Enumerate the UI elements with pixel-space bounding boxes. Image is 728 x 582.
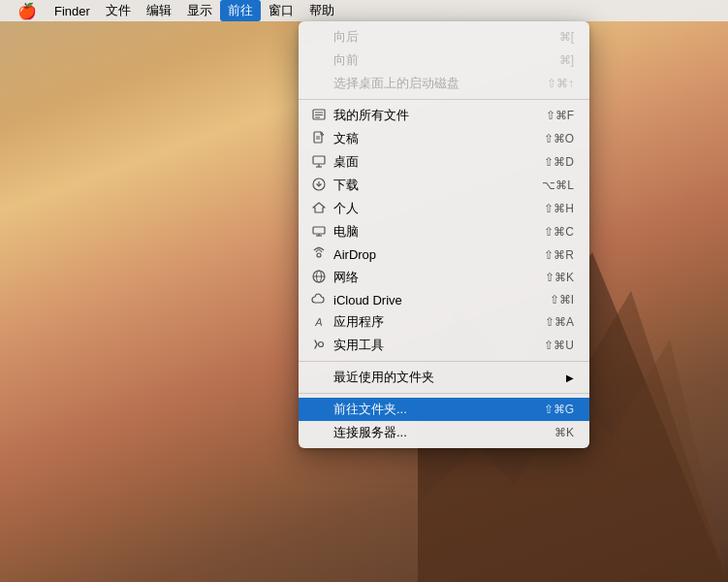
shortcut-home: ⇧⌘H [544,202,574,215]
applications-icon: A [310,316,328,328]
menu-label-airdrop: AirDrop [333,247,544,262]
shortcut-applications: ⇧⌘A [545,315,574,329]
menu-label-applications: 应用程序 [333,313,545,331]
menu-label-home: 个人 [333,200,544,217]
menubar-window[interactable]: 窗口 [261,0,301,21]
menu-item-forward[interactable]: 向前 ⌘] [299,48,589,72]
shortcut-documents: ⇧⌘O [544,132,574,146]
menu-item-utilities[interactable]: 实用工具 ⇧⌘U [299,334,589,357]
downloads-icon [310,178,328,194]
shortcut-connect-server: ⌘K [554,426,574,439]
menubar-edit[interactable]: 编辑 [139,0,179,21]
menu-item-documents[interactable]: 文稿 ⇧⌘O [299,127,589,150]
menu-label-connect-server: 连接服务器... [333,424,554,441]
shortcut-goto-folder: ⇧⌘G [544,403,574,416]
shortcut-icloud-drive: ⇧⌘I [550,293,574,307]
network-icon [310,270,328,286]
home-icon [310,201,328,217]
go-dropdown-menu: 向后 ⌘[ 向前 ⌘] 选择桌面上的启动磁盘 ⇧⌘↑ 我的所有文件 ⇧⌘F 文稿… [299,21,589,448]
shortcut-desktop: ⇧⌘D [544,155,574,169]
menubar-help[interactable]: 帮助 [301,0,342,21]
menu-label-startup-disk: 选择桌面上的启动磁盘 [333,75,547,92]
menu-label-downloads: 下载 [333,177,542,194]
menu-item-recent-folders[interactable]: 最近使用的文件夹 ▶ [299,366,589,389]
menu-label-documents: 文稿 [333,130,544,147]
menubar: 🍎 Finder 文件 编辑 显示 前往 窗口 帮助 [0,0,728,21]
svg-rect-10 [313,156,325,164]
menu-label-icloud-drive: iCloud Drive [333,293,550,307]
menu-item-icloud-drive[interactable]: iCloud Drive ⇧⌘I [299,289,589,310]
menu-label-recent-folders: 最近使用的文件夹 [333,369,562,386]
menu-label-network: 网络 [333,269,545,286]
menu-item-startup-disk[interactable]: 选择桌面上的启动磁盘 ⇧⌘↑ [299,72,589,95]
submenu-arrow-icon: ▶ [566,372,574,383]
menubar-file[interactable]: 文件 [98,0,139,21]
shortcut-downloads: ⌥⌘L [542,178,574,192]
menubar-finder[interactable]: Finder [47,0,98,21]
menu-item-network[interactable]: 网络 ⇧⌘K [299,266,589,289]
shortcut-airdrop: ⇧⌘R [544,248,574,262]
desktop-icon [310,154,328,171]
shortcut-utilities: ⇧⌘U [544,339,574,352]
menu-label-forward: 向前 [333,51,559,69]
menu-item-back[interactable]: 向后 ⌘[ [299,25,589,48]
menu-item-applications[interactable]: A 应用程序 ⇧⌘A [299,310,589,334]
shortcut-startup-disk: ⇧⌘↑ [547,77,574,90]
menu-item-downloads[interactable]: 下载 ⌥⌘L [299,174,589,197]
shortcut-back: ⌘[ [559,30,574,44]
menu-label-goto-folder: 前往文件夹... [333,401,544,418]
menubar-view[interactable]: 显示 [179,0,220,21]
all-files-icon [310,108,328,124]
utilities-icon [310,338,328,354]
menu-item-computer[interactable]: 电脑 ⇧⌘C [299,220,589,243]
apple-menu[interactable]: 🍎 [8,0,47,21]
documents-icon [310,131,328,147]
icloud-icon [310,293,328,307]
menu-label-desktop: 桌面 [333,153,544,171]
shortcut-computer: ⇧⌘C [544,225,574,239]
menu-label-back: 向后 [333,28,559,46]
separator-2 [299,361,589,362]
menu-item-home[interactable]: 个人 ⇧⌘H [299,197,589,220]
menu-item-all-files[interactable]: 我的所有文件 ⇧⌘F [299,104,589,127]
menu-label-all-files: 我的所有文件 [333,107,546,124]
computer-icon [310,224,328,241]
separator-1 [299,99,589,100]
menu-item-goto-folder[interactable]: 前往文件夹... ⇧⌘G [299,398,589,421]
airdrop-icon [310,246,328,263]
menu-item-connect-server[interactable]: 连接服务器... ⌘K [299,421,589,444]
shortcut-all-files: ⇧⌘F [546,109,574,122]
shortcut-network: ⇧⌘K [545,271,574,284]
menu-label-computer: 电脑 [333,223,544,241]
separator-3 [299,393,589,394]
apple-icon: 🍎 [17,2,37,20]
menu-item-airdrop[interactable]: AirDrop ⇧⌘R [299,243,589,266]
shortcut-forward: ⌘] [559,53,574,67]
svg-point-22 [319,341,324,346]
svg-rect-15 [313,227,325,234]
menu-label-utilities: 实用工具 [333,337,544,354]
menu-item-desktop[interactable]: 桌面 ⇧⌘D [299,150,589,174]
svg-point-18 [317,253,321,257]
menubar-go[interactable]: 前往 [220,0,261,21]
